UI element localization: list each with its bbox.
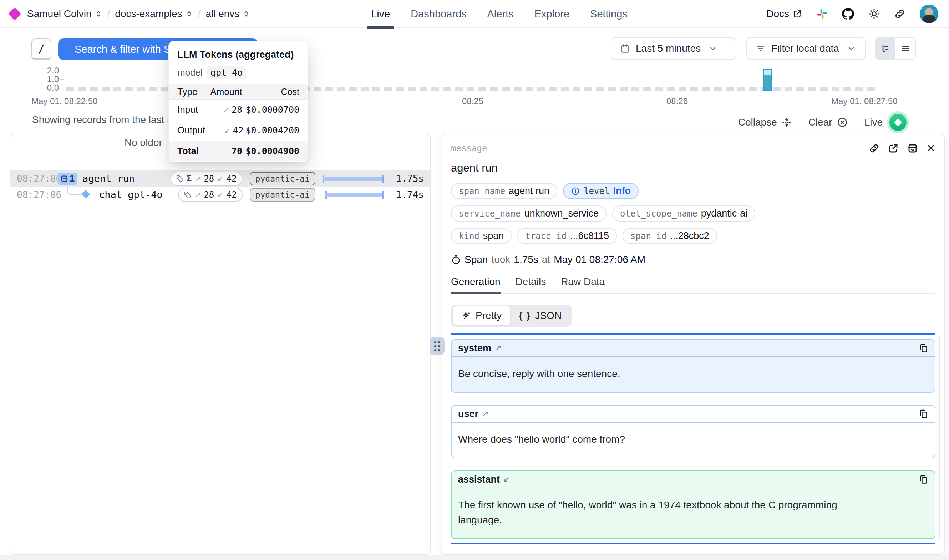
trace-timestamp: 08:27:06 <box>17 189 57 200</box>
row-type: Output <box>177 125 205 136</box>
service-name-badge[interactable]: service_name unknown_service <box>451 205 606 222</box>
at-word: at <box>542 254 550 265</box>
span-name-badge[interactable]: span_name agent run <box>451 183 557 199</box>
message-role: assistant <box>458 474 500 485</box>
docs-link[interactable]: Docs <box>766 8 802 20</box>
chevron-updown-icon <box>95 10 102 18</box>
model-value-chip: gpt-4o <box>207 66 246 79</box>
user-avatar[interactable] <box>920 5 938 23</box>
detail-header: message ✕ <box>451 134 935 154</box>
header-actions: Docs <box>766 0 938 28</box>
live-label: Live <box>864 117 883 128</box>
message-header: system ↗ <box>452 340 935 357</box>
environment-name: all envs <box>206 8 239 20</box>
open-external-icon[interactable] <box>888 143 899 154</box>
json-toggle-button[interactable]: { } JSON <box>510 306 570 325</box>
tree-connector-elbow <box>67 186 83 195</box>
tab-details[interactable]: Details <box>515 276 546 293</box>
tokens-row-output: Output ↙42 $0.0004200 <box>169 120 308 140</box>
message-text: Be concise, reply with one sentence. <box>458 366 881 381</box>
live-toggle-button[interactable] <box>887 111 909 134</box>
kind-badge[interactable]: kind span <box>451 228 512 244</box>
attribute-badges-row: span_name agent run level Info <box>451 183 935 199</box>
tag-icon <box>184 191 192 198</box>
clear-button[interactable]: Clear <box>808 117 848 128</box>
tab-alerts[interactable]: Alerts <box>488 0 514 28</box>
scrollbar-track[interactable] <box>939 336 940 540</box>
span-duration-line: Span took 1.75s at May 01 08:27:06 AM <box>451 254 935 265</box>
environment-selector[interactable]: all envs <box>206 8 250 20</box>
project-selector[interactable]: docs-examples <box>115 8 193 20</box>
badge-slot: 1 <box>57 172 80 185</box>
duration-label: 1.74s <box>391 189 424 200</box>
x-axis-tick-start: May 01. 08:22:50 <box>31 96 97 106</box>
tokens-table-header: Type Amount Cost <box>169 84 308 99</box>
tooltip-title: LLM Tokens (aggregated) <box>169 42 308 60</box>
collapse-button[interactable]: Collapse <box>738 117 792 128</box>
time-range-value: Last 5 minutes <box>636 43 701 54</box>
col-type: Type <box>177 86 203 97</box>
tokens-table: Type Amount Cost Input ↗28 $0.0000700 Ou… <box>169 84 308 161</box>
row-cost: $0.0004200 <box>244 125 299 135</box>
records-timeline-chart: 2.0 1.0 0.0 May 01. 08:22:50 08:25 08:26… <box>0 68 949 111</box>
tab-live[interactable]: Live <box>371 0 390 28</box>
copy-icon[interactable] <box>918 474 928 485</box>
copy-link-icon[interactable] <box>869 143 880 154</box>
theme-sun-icon[interactable] <box>868 8 880 20</box>
tab-generation[interactable]: Generation <box>451 276 501 293</box>
row-amount: 28 <box>232 105 242 115</box>
trace-id-badge[interactable]: trace_id ...6c8115 <box>517 228 617 244</box>
drag-dots-icon <box>434 342 440 351</box>
calendar-icon <box>620 43 630 54</box>
detail-tabs: Generation Details Raw Data <box>451 276 935 294</box>
llm-tokens-tooltip: LLM Tokens (aggregated) model gpt-4o Typ… <box>168 41 308 162</box>
chevron-down-icon <box>847 44 855 53</box>
tab-explore[interactable]: Explore <box>534 0 569 28</box>
tab-dashboards[interactable]: Dashboards <box>411 0 466 28</box>
tokens-out-arrow: ↙ <box>217 174 223 183</box>
chart-bar-selected[interactable] <box>763 69 772 91</box>
time-range-select[interactable]: Last 5 minutes <box>611 37 736 60</box>
org-selector[interactable]: Samuel Colvin <box>27 8 102 20</box>
trace-row-agent-run[interactable]: 08:27:06 1 agent run Σ ↗ 28 ↙ <box>10 171 430 186</box>
list-controls: Collapse Clear Live <box>738 111 909 134</box>
row-amount: 70 <box>232 146 242 156</box>
filter-local-data-select[interactable]: Filter local data <box>746 37 866 60</box>
badge-value: Info <box>613 186 631 197</box>
tab-raw-data[interactable]: Raw Data <box>561 276 605 293</box>
view-mode-toggle <box>875 37 916 60</box>
token-usage-pill: ↗ 28 ↙ 42 <box>178 188 243 202</box>
tokens-out-count: 42 <box>226 174 237 184</box>
y-axis-line <box>63 70 64 91</box>
page-bottom-background <box>0 555 949 560</box>
model-key: model <box>177 67 203 78</box>
dock-panel-icon[interactable] <box>907 143 918 154</box>
copy-icon[interactable] <box>918 343 928 353</box>
level-badge[interactable]: level Info <box>563 183 638 199</box>
copy-icon[interactable] <box>918 409 928 419</box>
message-header: user ↗ <box>452 406 935 423</box>
tokens-out-arrow: ↙ <box>217 190 223 199</box>
y-tick-mark <box>60 88 63 88</box>
span-id-badge[interactable]: span_id ...28cbc2 <box>623 228 717 244</box>
tab-settings[interactable]: Settings <box>590 0 628 28</box>
clear-circle-x-icon <box>837 117 848 128</box>
tree-view-button[interactable] <box>875 38 895 59</box>
detail-header-actions: ✕ <box>869 142 935 154</box>
share-link-icon[interactable] <box>894 8 906 20</box>
row-type: Total <box>177 146 203 157</box>
braces-icon: { } <box>519 310 531 322</box>
slack-icon[interactable] <box>816 8 828 20</box>
input-arrow-icon: ↗ <box>223 105 229 114</box>
otel-scope-badge[interactable]: otel_scope_name pydantic-ai <box>612 205 755 222</box>
panel-resize-handle[interactable] <box>429 337 445 355</box>
collapse-children-badge[interactable]: 1 <box>57 172 77 185</box>
list-view-button[interactable] <box>895 38 915 59</box>
badge-value: unknown_service <box>524 208 599 219</box>
github-icon[interactable] <box>842 8 854 20</box>
info-icon <box>571 186 580 196</box>
trace-row-chat-gpt4o[interactable]: 08:27:06 chat gpt-4o ↗ 28 ↙ 42 pydantic-… <box>10 186 430 203</box>
close-icon[interactable]: ✕ <box>926 142 935 154</box>
badge-value: ...28cbc2 <box>670 231 709 242</box>
pretty-toggle-button[interactable]: Pretty <box>453 306 510 325</box>
